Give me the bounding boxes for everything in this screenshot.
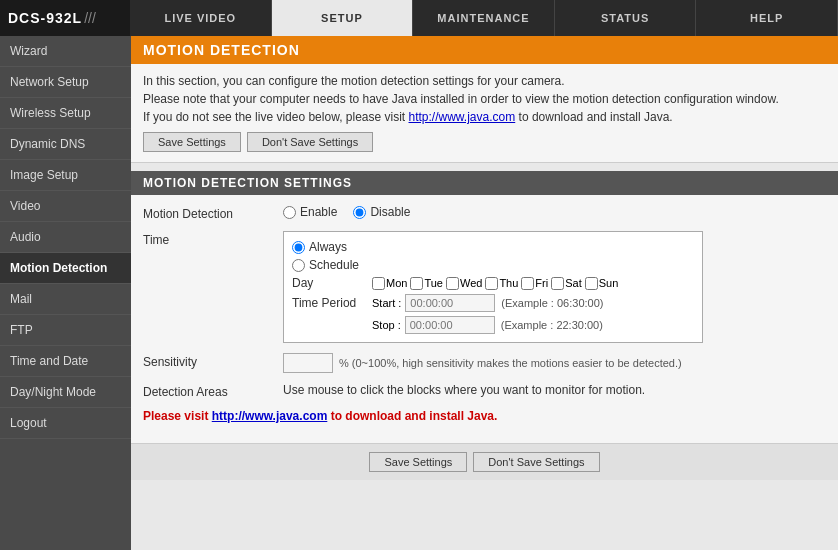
- info-line1: In this section, you can configure the m…: [143, 74, 826, 88]
- sidebar-item-video[interactable]: Video: [0, 191, 131, 222]
- logo-slash: ///: [84, 10, 96, 26]
- start-label: Start :: [372, 297, 401, 309]
- tue-label: Tue: [424, 277, 443, 289]
- sidebar-item-motion-detection[interactable]: Motion Detection: [0, 253, 131, 284]
- tue-checkbox-label[interactable]: Tue: [410, 277, 443, 290]
- java-warning-link[interactable]: http://www.java.com: [212, 409, 328, 423]
- motion-detection-label: Motion Detection: [143, 205, 283, 221]
- info-line2-text: Please note that your computer needs to …: [143, 92, 779, 106]
- fri-checkbox[interactable]: [521, 277, 534, 290]
- save-settings-top[interactable]: Save Settings: [143, 132, 241, 152]
- start-example: (Example : 06:30:00): [501, 297, 603, 309]
- stop-time-input[interactable]: [405, 316, 495, 334]
- schedule-radio[interactable]: [292, 259, 305, 272]
- detection-areas-row: Detection Areas Use mouse to click the b…: [143, 383, 826, 399]
- detection-areas-desc: Use mouse to click the blocks where you …: [283, 383, 645, 397]
- thu-checkbox[interactable]: [485, 277, 498, 290]
- fri-label: Fri: [535, 277, 548, 289]
- start-time-input[interactable]: [405, 294, 495, 312]
- sidebar-item-audio[interactable]: Audio: [0, 222, 131, 253]
- sidebar-item-wireless-setup[interactable]: Wireless Setup: [0, 98, 131, 129]
- time-box: Always Schedule Day: [283, 231, 703, 343]
- java-link-top[interactable]: http://www.java.com: [409, 110, 516, 124]
- fri-checkbox-label[interactable]: Fri: [521, 277, 548, 290]
- schedule-label: Schedule: [309, 258, 359, 272]
- section-header: MOTION DETECTION: [131, 36, 838, 64]
- settings-body: Motion Detection Enable Disable: [131, 195, 838, 443]
- thu-checkbox-label[interactable]: Thu: [485, 277, 518, 290]
- sidebar-item-day-night-mode[interactable]: Day/Night Mode: [0, 377, 131, 408]
- motion-detection-row: Motion Detection Enable Disable: [143, 205, 826, 221]
- logo-model: DCS-932L: [8, 10, 82, 26]
- logo: DCS-932L ///: [0, 0, 130, 36]
- info-line3: If you do not see the live video below, …: [143, 110, 826, 124]
- info-box: In this section, you can configure the m…: [131, 64, 838, 163]
- sun-checkbox-label[interactable]: Sun: [585, 277, 619, 290]
- stop-row: Stop : (Example : 22:30:00): [292, 316, 694, 334]
- tue-checkbox[interactable]: [410, 277, 423, 290]
- mon-label: Mon: [386, 277, 407, 289]
- wed-label: Wed: [460, 277, 482, 289]
- sat-checkbox-label[interactable]: Sat: [551, 277, 582, 290]
- time-control: Always Schedule Day: [283, 231, 826, 343]
- day-checkboxes: Mon Tue Wed Thu Fri Sat Sun: [372, 277, 618, 290]
- always-radio-label[interactable]: Always: [292, 240, 347, 254]
- sidebar-item-network-setup[interactable]: Network Setup: [0, 67, 131, 98]
- sat-label: Sat: [565, 277, 582, 289]
- dont-save-settings-bottom[interactable]: Don't Save Settings: [473, 452, 599, 472]
- always-label: Always: [309, 240, 347, 254]
- sun-checkbox[interactable]: [585, 277, 598, 290]
- sensitivity-input[interactable]: 90: [283, 353, 333, 373]
- mon-checkbox-label[interactable]: Mon: [372, 277, 407, 290]
- wed-checkbox[interactable]: [446, 277, 459, 290]
- section-title: MOTION DETECTION: [143, 42, 300, 58]
- day-row: Day Mon Tue Wed Thu Fri Sat Sun: [292, 276, 694, 290]
- info-line2: Please note that your computer needs to …: [143, 92, 826, 106]
- sidebar-item-time-and-date[interactable]: Time and Date: [0, 346, 131, 377]
- time-period-section: Time Period Start : (Example : 06:30:00)…: [292, 294, 694, 334]
- info-line3-post: to download and install Java.: [519, 110, 673, 124]
- nav-status[interactable]: STATUS: [555, 0, 697, 36]
- enable-radio-label[interactable]: Enable: [283, 205, 337, 219]
- sidebar-item-dynamic-dns[interactable]: Dynamic DNS: [0, 129, 131, 160]
- sidebar: Wizard Network Setup Wireless Setup Dyna…: [0, 36, 131, 550]
- detection-areas-label: Detection Areas: [143, 383, 283, 399]
- content-area: MOTION DETECTION In this section, you ca…: [131, 36, 838, 550]
- sidebar-item-mail[interactable]: Mail: [0, 284, 131, 315]
- info-line3-pre: If you do not see the live video below, …: [143, 110, 405, 124]
- disable-radio-label[interactable]: Disable: [353, 205, 410, 219]
- stop-label: Stop :: [372, 319, 401, 331]
- top-button-row: Save Settings Don't Save Settings: [143, 132, 826, 152]
- time-row: Time Always: [143, 231, 826, 343]
- mon-checkbox[interactable]: [372, 277, 385, 290]
- sidebar-item-image-setup[interactable]: Image Setup: [0, 160, 131, 191]
- bottom-button-row: Save Settings Don't Save Settings: [131, 443, 838, 480]
- thu-label: Thu: [499, 277, 518, 289]
- nav-live-video[interactable]: LIVE VIDEO: [130, 0, 272, 36]
- schedule-radio-label[interactable]: Schedule: [292, 258, 359, 272]
- sidebar-item-ftp[interactable]: FTP: [0, 315, 131, 346]
- schedule-row: Schedule: [292, 258, 694, 272]
- always-row: Always: [292, 240, 694, 254]
- enable-radio[interactable]: [283, 206, 296, 219]
- nav-setup[interactable]: SETUP: [272, 0, 414, 36]
- always-radio[interactable]: [292, 241, 305, 254]
- sun-label: Sun: [599, 277, 619, 289]
- sensitivity-desc: % (0~100%, high sensitivity makes the mo…: [339, 357, 682, 369]
- sat-checkbox[interactable]: [551, 277, 564, 290]
- time-label: Time: [143, 231, 283, 247]
- nav-maintenance[interactable]: MAINTENANCE: [413, 0, 555, 36]
- disable-radio[interactable]: [353, 206, 366, 219]
- save-settings-bottom[interactable]: Save Settings: [369, 452, 467, 472]
- sensitivity-row: Sensitivity 90 % (0~100%, high sensitivi…: [143, 353, 826, 373]
- sensitivity-label: Sensitivity: [143, 353, 283, 369]
- motion-detection-control: Enable Disable: [283, 205, 826, 219]
- java-warning-text: Please visit http://www.java.com to down…: [143, 409, 497, 423]
- sidebar-item-wizard[interactable]: Wizard: [0, 36, 131, 67]
- wed-checkbox-label[interactable]: Wed: [446, 277, 482, 290]
- dont-save-settings-top[interactable]: Don't Save Settings: [247, 132, 373, 152]
- sidebar-item-logout[interactable]: Logout: [0, 408, 131, 439]
- enable-label: Enable: [300, 205, 337, 219]
- nav-help[interactable]: HELP: [696, 0, 838, 36]
- sensitivity-control: 90 % (0~100%, high sensitivity makes the…: [283, 353, 826, 373]
